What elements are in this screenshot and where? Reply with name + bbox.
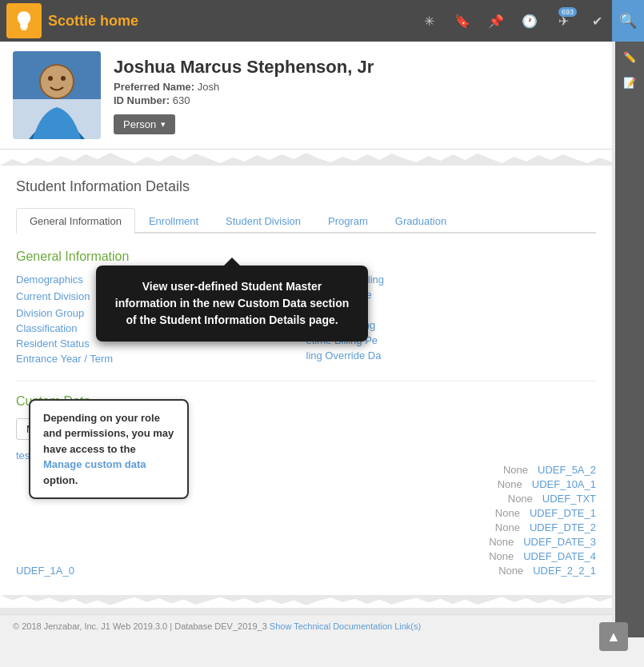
main-tooltip: View user-defined Student Master informa…: [96, 266, 368, 341]
right-sidebar: ✏️ 📝: [615, 42, 644, 637]
notification-badge: 693: [558, 7, 577, 17]
pin-icon[interactable]: 📌: [481, 6, 511, 36]
sidebar-edit-icon[interactable]: ✏️: [617, 45, 642, 69]
send-icon[interactable]: ✈ 693: [548, 6, 578, 36]
clock-icon[interactable]: 🕐: [514, 6, 545, 36]
technical-docs-link[interactable]: Show Technical Documentation Link(s): [270, 621, 421, 631]
app-logo[interactable]: [6, 3, 42, 38]
tab-program[interactable]: Program: [314, 208, 382, 234]
torn-paper-top: [0, 150, 612, 166]
svg-point-4: [41, 66, 73, 98]
top-navigation: Scottie home ✳ 🔖 📌 🕐 ✈ 693 ✔ 🔍: [0, 0, 644, 42]
tab-student-division[interactable]: Student Division: [212, 208, 314, 234]
torn-paper-bottom: [0, 595, 612, 608]
avatar: [13, 51, 101, 139]
brand-text[interactable]: Scottie home: [48, 13, 138, 30]
checkmark-icon[interactable]: ✔: [582, 6, 612, 36]
profile-name: Joshua Marcus Stephenson, Jr: [114, 57, 599, 78]
custom-data-row-3: None UDEF_DTE_1: [16, 507, 596, 519]
asterisk-icon[interactable]: ✳: [414, 6, 444, 36]
scroll-to-top-button[interactable]: ▲: [599, 622, 628, 651]
tab-graduation[interactable]: Graduation: [382, 208, 460, 234]
profile-id: ID Number: 630: [114, 94, 599, 106]
entrance-year-link[interactable]: Entrance Year / Term: [16, 353, 306, 365]
current-division-link[interactable]: Current Division: [16, 290, 90, 302]
custom-data-row-5: None UDEF_DATE_3: [16, 536, 596, 548]
custom-data-row-6: None UDEF_DATE_4: [16, 550, 596, 562]
bookmark-icon[interactable]: 🔖: [447, 6, 478, 36]
tabs-bar: General Information Enrollment Student D…: [16, 208, 596, 234]
bottom-tooltip-text: Depending on your role and permissions, …: [43, 410, 174, 489]
custom-data-section: Custom Data Manage custom data test None…: [16, 394, 596, 595]
custom-data-row-7: UDEF_1A_0 None UDEF_2_2_1: [16, 565, 596, 577]
profile-header: Joshua Marcus Stephenson, Jr Preferred N…: [0, 42, 612, 150]
footer: © 2018 Jenzabar, Inc. J1 Web 2019.3.0 | …: [0, 614, 612, 637]
svg-point-5: [48, 76, 53, 81]
section-divider: [16, 381, 596, 381]
sidebar-edit2-icon[interactable]: 📝: [617, 70, 642, 94]
general-info-section: General Information Demographics Current…: [16, 250, 596, 368]
page-title: Student Information Details: [16, 178, 596, 195]
svg-point-6: [61, 76, 66, 81]
person-dropdown-button[interactable]: Person: [114, 114, 175, 134]
tab-enrollment[interactable]: Enrollment: [135, 208, 212, 234]
tab-general-information[interactable]: General Information: [16, 208, 135, 234]
bottom-tooltip: Depending on your role and permissions, …: [29, 399, 189, 500]
search-button[interactable]: 🔍: [612, 0, 644, 42]
general-info-title: General Information: [16, 250, 596, 264]
profile-info: Joshua Marcus Stephenson, Jr Preferred N…: [114, 57, 599, 134]
nav-icons-group: ✳ 🔖 📌 🕐 ✈ 693 ✔: [414, 6, 612, 36]
ling-override-link[interactable]: ling Override Da: [306, 349, 597, 361]
svg-rect-0: [22, 28, 27, 30]
profile-preferred: Preferred Name: Josh: [114, 81, 599, 93]
custom-data-row-4: None UDEF_DTE_2: [16, 521, 596, 533]
main-card: Student Information Details General Info…: [0, 166, 612, 595]
